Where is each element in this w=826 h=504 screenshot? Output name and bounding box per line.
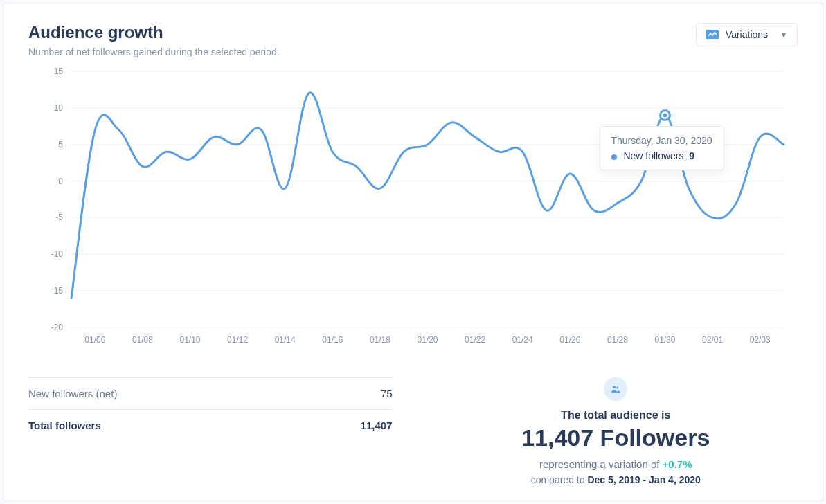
svg-text:15: 15 [54, 66, 64, 76]
summary-variation-pct: +0.7% [663, 458, 692, 470]
summary-block: The total audience is 11,407 Followers r… [434, 377, 798, 485]
svg-text:-20: -20 [51, 323, 64, 332]
chevron-down-icon: ▼ [780, 31, 787, 39]
svg-text:-15: -15 [51, 286, 64, 296]
line-chart: -20-15-10-505101501/0601/0801/1001/1201/… [28, 64, 798, 355]
stats-table: New followers (net) 75 Total followers 1… [28, 377, 393, 485]
stat-label: Total followers [28, 420, 101, 431]
svg-text:01/22: 01/22 [465, 335, 485, 345]
card-header: Audience growth Number of net followers … [3, 3, 823, 57]
stat-value: 11,407 [361, 420, 393, 431]
card-subtitle: Number of net followers gained during th… [28, 46, 280, 57]
svg-text:5: 5 [58, 140, 63, 150]
svg-text:01/06: 01/06 [84, 335, 105, 345]
svg-text:01/30: 01/30 [654, 335, 675, 345]
card-title: Audience growth [28, 23, 280, 42]
svg-text:-5: -5 [55, 213, 63, 222]
table-row: New followers (net) 75 [28, 377, 393, 409]
svg-text:0: 0 [58, 177, 63, 186]
svg-text:01/10: 01/10 [179, 335, 200, 345]
svg-text:01/12: 01/12 [227, 335, 248, 345]
svg-text:02/01: 02/01 [702, 335, 723, 345]
summary-big-number: 11,407 Followers [434, 424, 798, 451]
svg-text:-10: -10 [51, 249, 64, 259]
svg-text:01/14: 01/14 [275, 335, 296, 345]
svg-text:01/16: 01/16 [322, 335, 343, 345]
svg-text:01/20: 01/20 [417, 335, 438, 345]
card-bottom: New followers (net) 75 Total followers 1… [3, 355, 823, 485]
summary-variation-line: representing a variation of +0.7% [434, 458, 798, 470]
svg-point-34 [616, 386, 618, 388]
summary-variation-prefix: representing a variation of [539, 458, 663, 470]
audience-growth-card: Audience growth Number of net followers … [3, 3, 823, 501]
summary-line1: The total audience is [434, 409, 798, 422]
stat-label: New followers (net) [28, 388, 117, 399]
dropdown-label: Variations [726, 29, 768, 40]
svg-text:02/03: 02/03 [750, 335, 771, 345]
summary-compare-prefix: compared to [531, 474, 588, 485]
svg-text:01/26: 01/26 [559, 335, 580, 345]
summary-compare-range: Dec 5, 2019 - Jan 4, 2020 [587, 474, 700, 485]
svg-point-33 [613, 386, 616, 388]
table-row: Total followers 11,407 [28, 409, 393, 441]
svg-point-32 [663, 113, 667, 117]
people-icon [604, 377, 627, 401]
header-text-block: Audience growth Number of net followers … [28, 23, 280, 57]
chart-area[interactable]: -20-15-10-505101501/0601/0801/1001/1201/… [28, 64, 798, 355]
chart-mode-dropdown[interactable]: Variations ▼ [696, 23, 798, 46]
svg-text:01/18: 01/18 [370, 335, 390, 345]
line-chart-icon [706, 30, 719, 39]
svg-text:01/24: 01/24 [512, 335, 533, 345]
svg-text:01/28: 01/28 [607, 335, 628, 345]
svg-text:10: 10 [54, 103, 64, 113]
svg-text:01/08: 01/08 [132, 335, 153, 345]
stat-value: 75 [381, 388, 393, 399]
summary-compare-line: compared to Dec 5, 2019 - Jan 4, 2020 [434, 474, 798, 485]
